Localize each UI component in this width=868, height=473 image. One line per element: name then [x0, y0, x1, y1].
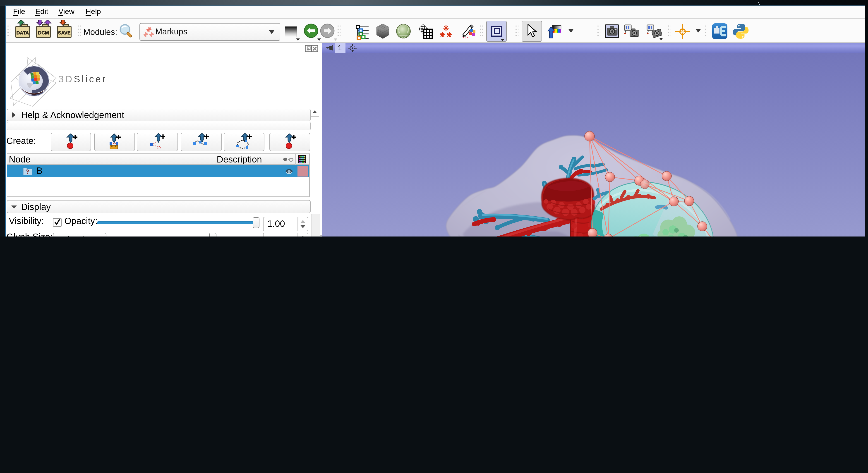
svg-text:DATA: DATA — [16, 30, 29, 35]
svg-text:DCM: DCM — [38, 30, 49, 35]
svg-text:SAVE: SAVE — [58, 30, 71, 35]
svg-text:?: ? — [26, 168, 29, 175]
